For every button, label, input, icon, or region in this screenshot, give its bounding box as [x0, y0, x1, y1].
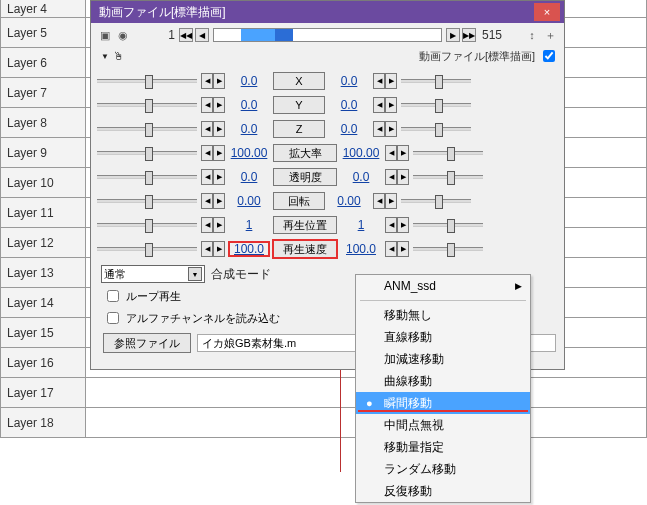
value-left[interactable]: 100.0	[229, 242, 269, 256]
slider-right[interactable]	[401, 199, 471, 203]
value-right[interactable]: 0.0	[341, 170, 381, 184]
slider-right[interactable]	[413, 175, 483, 179]
sub-row: ▼ 🖱 動画ファイル[標準描画]	[91, 47, 564, 69]
collapse-icon[interactable]: ▼	[101, 52, 109, 61]
spin-left[interactable]: ◀▶	[201, 169, 225, 185]
value-left[interactable]: 0.0	[229, 170, 269, 184]
add-icon[interactable]: ＋	[542, 27, 558, 43]
menu-item[interactable]: ランダム移動	[356, 458, 530, 480]
layer-label[interactable]: Layer 18	[0, 408, 86, 438]
slider-left[interactable]	[97, 127, 197, 131]
forward-button[interactable]: ▶▶	[462, 28, 476, 42]
prev-frame-button[interactable]: ◀	[195, 28, 209, 42]
loop-checkbox[interactable]	[107, 290, 119, 302]
menu-item[interactable]: 中間点無視	[356, 414, 530, 436]
value-left[interactable]: 1	[229, 218, 269, 232]
slider-left[interactable]	[97, 223, 197, 227]
slider-left[interactable]	[97, 103, 197, 107]
spin-left[interactable]: ◀▶	[201, 73, 225, 89]
param-button-scale[interactable]: 拡大率	[273, 144, 337, 162]
value-left[interactable]: 100.00	[229, 146, 269, 160]
slider-left[interactable]	[97, 199, 197, 203]
menu-item-label: ANM_ssd	[384, 279, 436, 293]
close-button[interactable]: ×	[534, 3, 560, 21]
expand-icon[interactable]: ↕	[524, 27, 540, 43]
spin-left[interactable]: ◀▶	[201, 121, 225, 137]
spin-right[interactable]: ◀▶	[373, 193, 397, 209]
menu-item[interactable]: 反復移動	[356, 480, 530, 502]
layer-label[interactable]: Layer 16	[0, 348, 86, 378]
spin-right[interactable]: ◀▶	[385, 241, 409, 257]
menu-item[interactable]: 直線移動	[356, 326, 530, 348]
camera-icon[interactable]: ▣	[97, 27, 113, 43]
spin-right[interactable]: ◀▶	[373, 73, 397, 89]
alpha-checkbox[interactable]	[107, 312, 119, 324]
slider-right[interactable]	[413, 151, 483, 155]
spin-left[interactable]: ◀▶	[201, 217, 225, 233]
value-right[interactable]: 100.0	[341, 242, 381, 256]
spin-left[interactable]: ◀▶	[201, 241, 225, 257]
spin-right[interactable]: ◀▶	[373, 121, 397, 137]
value-right[interactable]: 0.0	[329, 74, 369, 88]
value-left[interactable]: 0.0	[229, 122, 269, 136]
param-button-Y[interactable]: Y	[273, 96, 325, 114]
layer-label[interactable]: Layer 13	[0, 258, 86, 288]
param-button-playrate[interactable]: 再生速度	[273, 240, 337, 258]
slider-right[interactable]	[413, 223, 483, 227]
value-left[interactable]: 0.00	[229, 194, 269, 208]
value-right[interactable]: 0.0	[329, 122, 369, 136]
menu-item[interactable]: 移動無し	[356, 304, 530, 326]
composite-mode-combo[interactable]: 通常 ▼	[101, 265, 205, 283]
layer-label[interactable]: Layer 10	[0, 168, 86, 198]
param-button-Z[interactable]: Z	[273, 120, 325, 138]
menu-item[interactable]: 移動量指定	[356, 436, 530, 458]
layer-label[interactable]: Layer 12	[0, 228, 86, 258]
value-right[interactable]: 0.0	[329, 98, 369, 112]
layer-label[interactable]: Layer 17	[0, 378, 86, 408]
slider-left[interactable]	[97, 79, 197, 83]
slider-left[interactable]	[97, 175, 197, 179]
slider-right[interactable]	[401, 103, 471, 107]
value-right[interactable]: 100.00	[341, 146, 381, 160]
layer-label[interactable]: Layer 4	[0, 0, 86, 18]
layer-label[interactable]: Layer 9	[0, 138, 86, 168]
ref-file-button[interactable]: 参照ファイル	[103, 333, 191, 353]
slider-right[interactable]	[413, 247, 483, 251]
value-left[interactable]: 0.0	[229, 74, 269, 88]
rewind-button[interactable]: ◀◀	[179, 28, 193, 42]
layer-label[interactable]: Layer 5	[0, 18, 86, 48]
menu-item[interactable]: 曲線移動	[356, 370, 530, 392]
menu-item[interactable]: 加減速移動	[356, 348, 530, 370]
eye-icon[interactable]: ◉	[115, 27, 131, 43]
param-button-alpha[interactable]: 透明度	[273, 168, 337, 186]
slider-left[interactable]	[97, 247, 197, 251]
menu-item-anm[interactable]: ANM_ssd ▶	[356, 275, 530, 297]
spin-right[interactable]: ◀▶	[385, 145, 409, 161]
layer-label[interactable]: Layer 7	[0, 78, 86, 108]
value-left[interactable]: 0.0	[229, 98, 269, 112]
layer-label[interactable]: Layer 11	[0, 198, 86, 228]
spin-right[interactable]: ◀▶	[385, 169, 409, 185]
layer-label[interactable]: Layer 15	[0, 318, 86, 348]
spin-left[interactable]: ◀▶	[201, 97, 225, 113]
spin-right[interactable]: ◀▶	[373, 97, 397, 113]
layer-label[interactable]: Layer 8	[0, 108, 86, 138]
spin-left[interactable]: ◀▶	[201, 193, 225, 209]
spin-right[interactable]: ◀▶	[385, 217, 409, 233]
layer-label[interactable]: Layer 6	[0, 48, 86, 78]
value-right[interactable]: 1	[341, 218, 381, 232]
layer-label[interactable]: Layer 14	[0, 288, 86, 318]
spin-left[interactable]: ◀▶	[201, 145, 225, 161]
slider-right[interactable]	[401, 79, 471, 83]
param-button-playpos[interactable]: 再生位置	[273, 216, 337, 234]
value-right[interactable]: 0.00	[329, 194, 369, 208]
slider-left[interactable]	[97, 151, 197, 155]
titlebar[interactable]: 動画ファイル[標準描画] ×	[91, 1, 564, 23]
slider-right[interactable]	[401, 127, 471, 131]
param-button-rotate[interactable]: 回転	[273, 192, 325, 210]
param-button-X[interactable]: X	[273, 72, 325, 90]
enable-checkbox[interactable]	[543, 50, 555, 62]
seek-bar[interactable]	[213, 28, 442, 42]
next-frame-button[interactable]: ▶	[446, 28, 460, 42]
title-text: 動画ファイル[標準描画]	[99, 4, 226, 21]
